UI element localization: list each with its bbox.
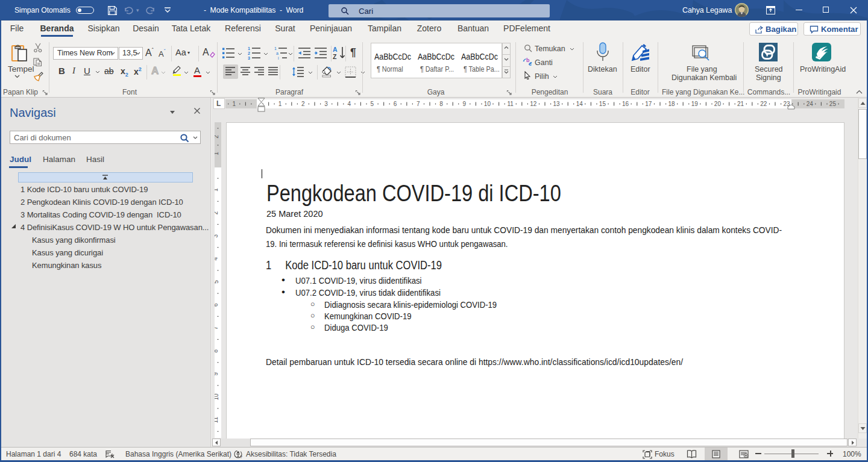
svg-text:22: 22 (760, 101, 767, 107)
svg-text:19: 19 (691, 101, 699, 107)
svg-text:Z: Z (333, 53, 337, 60)
svg-text:1: 1 (215, 188, 219, 192)
svg-text:25: 25 (829, 101, 837, 107)
svg-text:5: 5 (215, 280, 219, 284)
svg-text:8: 8 (439, 101, 443, 107)
svg-text:6: 6 (394, 101, 397, 107)
svg-text:18: 18 (668, 101, 675, 107)
svg-text:2: 2 (248, 51, 250, 55)
svg-text:5: 5 (371, 101, 374, 107)
svg-text:9: 9 (462, 101, 466, 107)
svg-text:i: i (278, 56, 279, 60)
svg-text:21: 21 (737, 101, 744, 107)
svg-text:16: 16 (622, 101, 629, 107)
svg-text:10: 10 (215, 393, 219, 401)
svg-text:11: 11 (507, 101, 514, 107)
svg-text:6: 6 (215, 303, 219, 307)
svg-text:24: 24 (807, 101, 814, 107)
svg-text:17: 17 (645, 101, 652, 107)
svg-text:2: 2 (301, 101, 305, 107)
svg-text:3: 3 (215, 234, 219, 237)
svg-text:20: 20 (714, 101, 722, 107)
svg-text:c: c (529, 61, 532, 66)
svg-text:12: 12 (530, 101, 537, 107)
svg-text:2: 2 (215, 211, 219, 214)
svg-text:13: 13 (553, 101, 560, 107)
svg-text:1: 1 (215, 152, 219, 155)
svg-text:1: 1 (278, 101, 282, 107)
svg-text:3: 3 (248, 56, 250, 60)
svg-text:a: a (276, 51, 278, 55)
svg-text:7: 7 (215, 326, 219, 329)
svg-text:1: 1 (274, 46, 277, 51)
svg-text:1: 1 (232, 101, 236, 107)
svg-text:3: 3 (324, 101, 328, 107)
svg-text:1: 1 (248, 46, 250, 51)
svg-text:7: 7 (417, 101, 420, 107)
svg-text:10: 10 (484, 101, 491, 107)
svg-text:9: 9 (215, 372, 219, 376)
svg-text:14: 14 (576, 101, 583, 107)
svg-text:4: 4 (347, 101, 351, 107)
svg-text:?: ? (240, 455, 242, 459)
svg-text:15: 15 (599, 101, 606, 107)
svg-text:11: 11 (215, 417, 219, 423)
svg-text:4: 4 (215, 257, 219, 261)
svg-text:2: 2 (215, 135, 219, 139)
svg-text:A: A (333, 46, 338, 53)
svg-text:8: 8 (215, 349, 219, 352)
